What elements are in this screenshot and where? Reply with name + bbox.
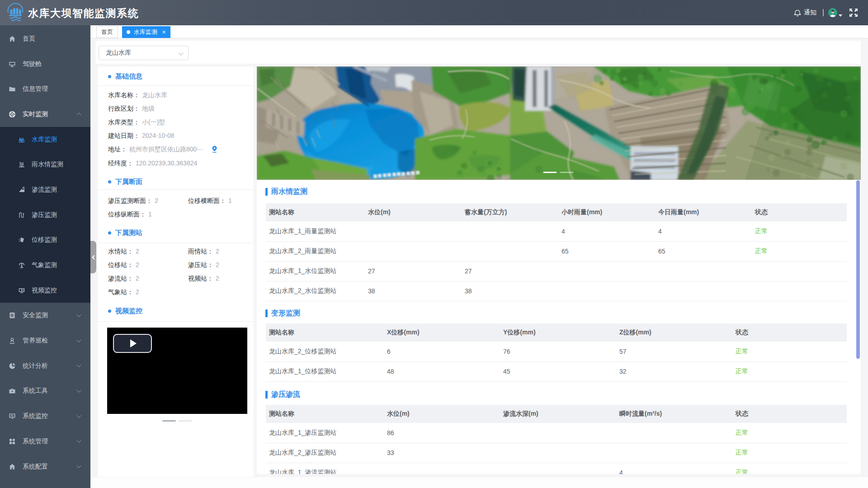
svg-text:安: 安 — [10, 313, 14, 318]
